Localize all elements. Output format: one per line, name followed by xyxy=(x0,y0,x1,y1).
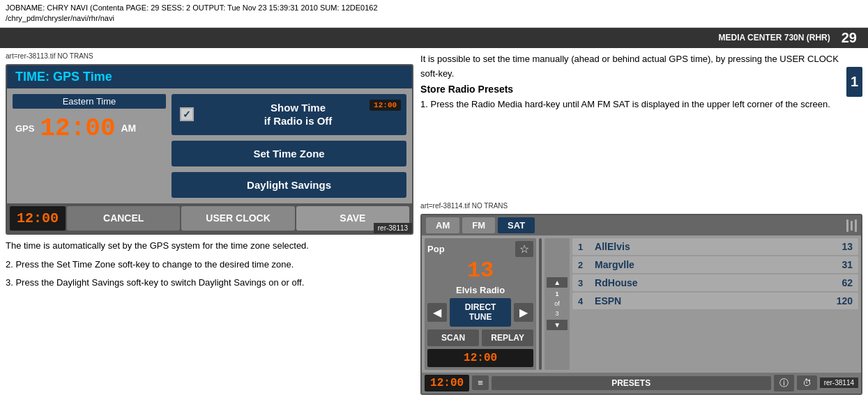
gps-title: TIME: GPS Time xyxy=(7,65,412,88)
direct-tune-button[interactable]: DIRECT TUNE xyxy=(450,298,511,327)
rer-label-left: rer-38113 xyxy=(374,223,412,233)
store-presets-title: Store Radio Presets xyxy=(420,84,839,95)
daylight-savings-button[interactable]: Daylight Savings xyxy=(172,172,406,198)
eastern-time-label: Eastern Time xyxy=(13,94,166,109)
radio-bottom-bar: 12:00 ≡ PRESETS ⓘ ⏱ rer-38114 xyxy=(422,373,861,394)
right-text-section: It is possible to set the time manually … xyxy=(420,52,862,198)
body-text-2: 1. Press the Radio Media hard-key until … xyxy=(420,98,839,112)
presets-button[interactable]: PRESETS xyxy=(492,376,771,390)
show-time-button[interactable]: Show Time if Radio is Off 12:00 xyxy=(172,94,406,135)
pop-label: Pop xyxy=(427,244,445,254)
channel-name: Elvis Radio xyxy=(427,285,533,295)
tab-decoration xyxy=(846,219,857,232)
gps-bottom-time: 12:00 xyxy=(10,206,66,231)
preset-channel-1: 13 xyxy=(842,241,853,252)
header-line2: /chry_pdm/chrysler/navi/rhr/navi xyxy=(6,13,862,24)
next-button[interactable]: ▶ xyxy=(514,303,533,322)
page-nav-column: ▲ 1 of 3 ▼ xyxy=(545,238,570,370)
tab-fm[interactable]: FM xyxy=(462,217,495,233)
user-clock-button[interactable]: USER CLOCK xyxy=(181,206,294,231)
preset-channel-3: 62 xyxy=(842,277,853,288)
tab-am[interactable]: AM xyxy=(426,217,459,233)
radio-tabs: AM FM SAT xyxy=(422,215,861,235)
preset-name-3: RdHouse xyxy=(595,277,836,288)
preset-num-3: 3 xyxy=(578,278,589,288)
left-column: art=rer-38113.tif NO TRANS TIME: GPS Tim… xyxy=(6,52,413,395)
checkbox-icon xyxy=(180,107,194,121)
preset-item-1[interactable]: 1 AllElvis 13 xyxy=(572,238,858,255)
scan-button[interactable]: SCAN xyxy=(427,329,479,346)
main-content: art=rer-38113.tif NO TRANS TIME: GPS Tim… xyxy=(0,48,868,399)
preset-item-2[interactable]: 2 Margvlle 31 xyxy=(572,256,858,273)
gps-time-display: 12:00 xyxy=(40,114,115,143)
body-text-1: It is possible to set the time manually … xyxy=(420,52,839,81)
radio-body: Pop ☆ 13 Elvis Radio ◀ DIRECT TUNE ▶ SCA… xyxy=(422,235,861,373)
cancel-button[interactable]: CANCEL xyxy=(67,206,180,231)
page-down-button[interactable]: ▼ xyxy=(547,320,568,330)
radio-left-panel: Pop ☆ 13 Elvis Radio ◀ DIRECT TUNE ▶ SCA… xyxy=(425,238,536,370)
preset-channel-2: 31 xyxy=(842,259,853,270)
gps-left-panel: Eastern Time GPS 12:00 AM xyxy=(13,94,166,198)
gps-clock-row: GPS 12:00 AM xyxy=(13,114,166,143)
preset-num-1: 1 xyxy=(578,242,589,252)
desc-text-1: The time is automatically set by the GPS… xyxy=(6,239,413,254)
desc-text-2: 2. Press the Set Time Zone soft-key to c… xyxy=(6,258,413,272)
chapter-title: MEDIA CENTER 730N (RHR) xyxy=(719,33,830,42)
prev-button[interactable]: ◀ xyxy=(427,303,447,322)
radio-right-panel: 1 AllElvis 13 2 Margvlle 31 3 RdHouse 62 xyxy=(572,238,858,370)
chapter-bar: MEDIA CENTER 730N (RHR) 29 xyxy=(0,28,868,48)
rer-label-right: rer-38114 xyxy=(820,378,858,388)
menu-icon-button[interactable]: ≡ xyxy=(472,375,489,390)
preset-channel-4: 120 xyxy=(837,295,853,306)
chapter-1-marker: 1 xyxy=(846,67,862,97)
page-up-button[interactable]: ▲ xyxy=(547,277,568,288)
desc-text-3: 3. Press the Daylight Savings soft-key t… xyxy=(6,276,413,290)
page-total: 3 xyxy=(556,310,559,317)
direct-tune-row: ◀ DIRECT TUNE ▶ xyxy=(427,298,533,327)
gps-ampm: AM xyxy=(121,123,137,134)
scan-replay-row: SCAN REPLAY xyxy=(427,329,533,346)
show-time-label: Show Time if Radio is Off xyxy=(198,101,398,128)
info-icon-button[interactable]: ⓘ xyxy=(774,375,794,391)
preset-name-4: ESPN xyxy=(595,295,831,306)
preset-name-1: AllElvis xyxy=(595,241,836,252)
gps-bottom-bar: 12:00 CANCEL USER CLOCK SAVE xyxy=(7,203,412,233)
preset-item-3[interactable]: 3 RdHouse 62 xyxy=(572,274,858,291)
channel-number: 13 xyxy=(427,260,533,282)
page-of: of xyxy=(554,300,560,307)
preset-item-4[interactable]: 4 ESPN 120 xyxy=(572,293,858,309)
art-label-right: art=ref-38114.tif NO TRANS xyxy=(420,202,862,210)
gps-time-box: TIME: GPS Time Eastern Time GPS 12:00 AM… xyxy=(6,64,413,235)
set-timezone-button[interactable]: Set Time Zone xyxy=(172,141,406,166)
radio-clock: 12:00 xyxy=(427,349,533,367)
tab-sat[interactable]: SAT xyxy=(498,217,535,233)
right-column: It is possible to set the time manually … xyxy=(420,52,862,395)
header-line1: JOBNAME: CHRY NAVI (Contenta PAGE: 29 SE… xyxy=(6,3,862,13)
preset-num-2: 2 xyxy=(578,260,589,270)
star-button[interactable]: ☆ xyxy=(515,241,533,257)
radio-bottom-time: 12:00 xyxy=(425,375,469,391)
mini-time-display: 12:00 xyxy=(370,100,401,111)
gps-right-panel: Show Time if Radio is Off 12:00 Set Time… xyxy=(172,94,406,198)
separator xyxy=(539,238,542,370)
clock-icon-button[interactable]: ⏱ xyxy=(797,375,817,390)
gps-label: GPS xyxy=(15,123,34,134)
radio-box: AM FM SAT Pop ☆ 13 xyxy=(420,214,862,395)
chapter-page-number: 29 xyxy=(837,30,861,46)
gps-body: Eastern Time GPS 12:00 AM Show Time if R… xyxy=(7,88,412,203)
art-label-left: art=rer-38113.tif NO TRANS xyxy=(6,52,413,60)
preset-name-2: Margvlle xyxy=(595,259,836,270)
preset-num-4: 4 xyxy=(578,296,589,306)
page-current: 1 xyxy=(556,290,559,297)
pop-row: Pop ☆ xyxy=(427,241,533,257)
header: JOBNAME: CHRY NAVI (Contenta PAGE: 29 SE… xyxy=(0,0,868,28)
replay-button[interactable]: REPLAY xyxy=(482,329,533,346)
